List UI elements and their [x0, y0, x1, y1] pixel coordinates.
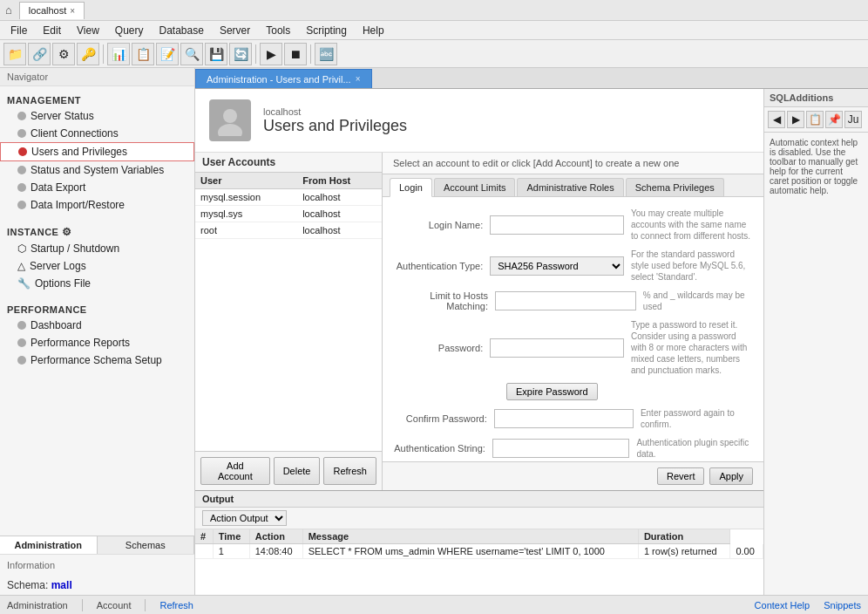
- auth-type-select[interactable]: SHA256 PasswordStandardMySQL Native Pass…: [490, 256, 624, 276]
- content-tab-admin[interactable]: Administration - Users and Privil... ×: [195, 69, 372, 88]
- sql-nav-back[interactable]: ◀: [768, 111, 785, 128]
- sidebar-label-data-export: Data Export: [31, 181, 85, 194]
- auth-string-input[interactable]: [492, 439, 630, 458]
- sidebar-label-client-connections: Client Connections: [31, 127, 119, 140]
- host-cell: localhost: [297, 189, 382, 206]
- limit-hosts-input[interactable]: [495, 291, 636, 310]
- detail-tab-schema-privs[interactable]: Schema Privileges: [626, 178, 724, 196]
- toolbar-btn-6[interactable]: 📋: [132, 43, 154, 65]
- menu-file[interactable]: File: [3, 24, 34, 38]
- menu-view[interactable]: View: [70, 24, 106, 38]
- toolbar-btn-8[interactable]: 🔍: [180, 43, 203, 65]
- sidebar-item-status-system[interactable]: Status and System Variables: [0, 161, 194, 179]
- tab-close-icon[interactable]: ×: [70, 6, 75, 16]
- sql-nav-ju[interactable]: Ju: [844, 111, 862, 128]
- toolbar-btn-3[interactable]: ⚙: [52, 43, 75, 65]
- password-input[interactable]: [490, 338, 624, 358]
- sql-nav-pin-icon[interactable]: 📌: [825, 111, 843, 128]
- toolbar-btn-1[interactable]: 📁: [3, 43, 26, 65]
- toolbar-btn-11[interactable]: ▶: [260, 43, 282, 65]
- context-help-link[interactable]: Context Help: [755, 600, 810, 611]
- detail-tab-account-limits[interactable]: Account Limits: [434, 178, 516, 196]
- content-tab-close-icon[interactable]: ×: [356, 74, 361, 84]
- output-type-select[interactable]: Action Output: [202, 510, 287, 526]
- up-title-block: localhost Users and Privileges: [263, 106, 407, 135]
- table-row[interactable]: root localhost: [195, 222, 382, 239]
- sidebar-item-perf-schema[interactable]: Performance Schema Setup: [0, 351, 194, 369]
- menu-server[interactable]: Server: [213, 24, 257, 38]
- svg-point-1: [218, 124, 242, 136]
- auth-string-row: Authentication String: Authentication pl…: [393, 437, 753, 460]
- login-name-input[interactable]: [490, 215, 624, 235]
- performance-title: PERFORMANCE: [0, 299, 194, 317]
- sidebar-item-server-status[interactable]: Server Status: [0, 107, 194, 125]
- sidebar-item-perf-reports[interactable]: Performance Reports: [0, 334, 194, 351]
- menu-edit[interactable]: Edit: [36, 24, 68, 38]
- host-cell: localhost: [297, 206, 382, 222]
- sidebar-item-client-connections[interactable]: Client Connections: [0, 125, 194, 142]
- dot-icon: [17, 112, 26, 120]
- menu-database[interactable]: Database: [153, 24, 211, 38]
- sidebar-tab-administration[interactable]: Administration: [0, 536, 98, 554]
- dot-red-icon: [18, 147, 27, 156]
- output-panel: Output Action Output # Time Action Mes: [195, 490, 763, 595]
- table-row[interactable]: mysql.sys localhost: [195, 206, 382, 222]
- toolbar-btn-4[interactable]: 🔑: [77, 43, 99, 65]
- sidebar-item-data-export[interactable]: Data Export: [0, 179, 194, 196]
- top-tab-bar: ⌂ localhost ×: [0, 0, 868, 21]
- toolbar-btn-2[interactable]: 🔗: [28, 43, 51, 65]
- main-tab[interactable]: localhost ×: [19, 2, 85, 19]
- apply-button[interactable]: Apply: [709, 467, 753, 485]
- output-col-message: Message: [302, 529, 638, 544]
- home-icon[interactable]: ⌂: [5, 3, 12, 17]
- menu-tools[interactable]: Tools: [259, 24, 297, 38]
- toolbar-btn-13[interactable]: 🔤: [315, 43, 337, 65]
- detail-tab-admin-roles[interactable]: Administrative Roles: [517, 178, 623, 196]
- output-num-cell: 1: [213, 544, 249, 559]
- user-list-buttons: Add Account Delete Refresh: [195, 451, 382, 490]
- delete-button[interactable]: Delete: [274, 457, 321, 485]
- sidebar-item-options-file[interactable]: 🔧 Options File: [0, 275, 194, 292]
- add-account-button[interactable]: Add Account: [200, 457, 270, 485]
- confirm-password-hint: Enter password again to confirm.: [641, 407, 753, 430]
- menu-query[interactable]: Query: [108, 24, 151, 38]
- sidebar-item-dashboard[interactable]: Dashboard: [0, 317, 194, 334]
- menu-bar: File Edit View Query Database Server Too…: [0, 21, 868, 40]
- auth-type-label: Authentication Type:: [393, 261, 490, 271]
- snippets-label[interactable]: Snippets: [824, 600, 861, 611]
- output-action-cell: SELECT * FROM ums_admin WHERE username='…: [302, 544, 638, 559]
- sidebar-item-server-logs[interactable]: △ Server Logs: [0, 257, 194, 275]
- confirm-password-input[interactable]: [494, 409, 634, 428]
- login-name-row: Login Name: You may create multiple acco…: [393, 208, 753, 242]
- expire-password-button[interactable]: Expire Password: [506, 383, 598, 400]
- dot-icon: [17, 183, 26, 192]
- detail-tabs: Login Account Limits Administrative Role…: [383, 174, 763, 197]
- menu-scripting[interactable]: Scripting: [299, 24, 354, 38]
- toolbar-btn-5[interactable]: 📊: [107, 43, 130, 65]
- sidebar-item-users-privileges[interactable]: Users and Privileges: [0, 142, 194, 161]
- sidebar-item-startup-shutdown[interactable]: ⬡ Startup / Shutdown: [0, 240, 194, 257]
- up-body: User Accounts User From Host: [195, 153, 763, 490]
- content-tabs: Administration - Users and Privil... ×: [195, 68, 868, 89]
- management-title: MANAGEMENT: [0, 90, 194, 107]
- sidebar-item-data-import[interactable]: Data Import/Restore: [0, 196, 194, 214]
- detail-panel: Select an account to edit or click [Add …: [383, 153, 763, 490]
- sql-nav-copy-icon[interactable]: 📋: [806, 111, 824, 128]
- table-row[interactable]: mysql.session localhost: [195, 189, 382, 206]
- revert-button[interactable]: Revert: [657, 467, 704, 485]
- detail-tab-login[interactable]: Login: [390, 178, 432, 197]
- toolbar-btn-10[interactable]: 🔄: [229, 43, 252, 65]
- refresh-button[interactable]: Refresh: [323, 457, 376, 485]
- toolbar-btn-12[interactable]: ⏹: [284, 43, 307, 65]
- menu-help[interactable]: Help: [356, 24, 391, 38]
- sql-additions-body: Automatic context help is disabled. Use …: [764, 133, 868, 595]
- sidebar-label-users-privileges: Users and Privileges: [31, 146, 127, 158]
- schema-label: Schema:: [7, 579, 48, 591]
- sidebar-tab-schemas[interactable]: Schemas: [98, 536, 195, 554]
- sql-nav-fwd[interactable]: ▶: [787, 111, 804, 128]
- output-message-cell: 1 row(s) returned: [638, 544, 730, 559]
- status-refresh[interactable]: Refresh: [159, 600, 193, 611]
- toolbar-btn-7[interactable]: 📝: [156, 43, 179, 65]
- sidebar-label-dashboard: Dashboard: [31, 319, 82, 331]
- toolbar-btn-9[interactable]: 💾: [205, 43, 227, 65]
